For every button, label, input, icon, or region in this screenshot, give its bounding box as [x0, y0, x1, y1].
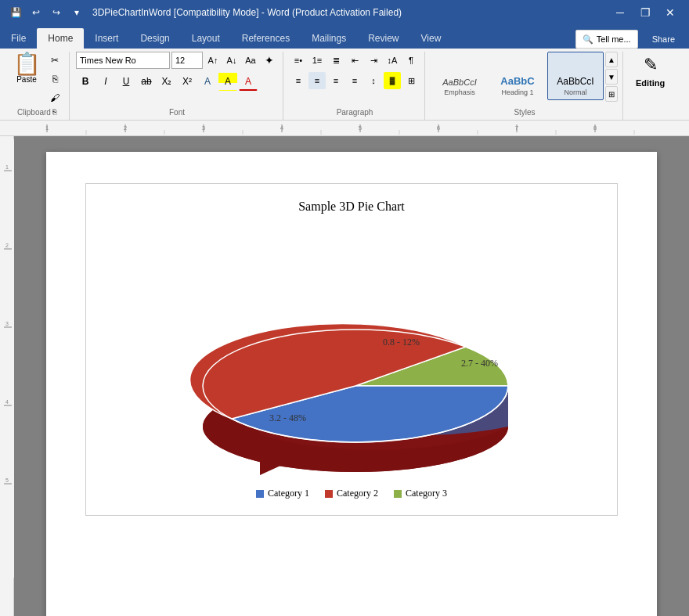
- redo-quick-btn[interactable]: ↪: [47, 3, 66, 22]
- font-grow-btn[interactable]: A↑: [204, 52, 222, 69]
- text-effects-btn[interactable]: A: [198, 72, 217, 91]
- styles-scroll-up-btn[interactable]: ▲: [605, 52, 618, 67]
- align-right-btn[interactable]: ≡: [327, 72, 344, 89]
- paste-button[interactable]: 📋 Paste: [9, 52, 44, 85]
- editing-content: ✎ Editing: [629, 52, 671, 91]
- svg-text:4: 4: [280, 124, 284, 131]
- align-center-btn[interactable]: ≡: [308, 72, 326, 89]
- para-label-row: Paragraph: [290, 106, 420, 117]
- decrease-indent-btn[interactable]: ⇤: [346, 52, 363, 69]
- font-format-row: B I U ab X₂ X² A A A: [76, 72, 258, 91]
- undo-quick-btn[interactable]: ↩: [27, 3, 45, 22]
- tab-layout[interactable]: Layout: [181, 28, 231, 49]
- tell-me-input[interactable]: 🔍 Tell me...: [575, 30, 638, 49]
- paste-label: Paste: [16, 75, 37, 84]
- tab-review[interactable]: Review: [357, 28, 409, 49]
- ribbon-tabs: File Home Insert Design Layout Reference…: [0, 25, 689, 49]
- numbering-btn[interactable]: 1≡: [308, 52, 326, 69]
- para-row-1: ≡• 1≡ ≣ ⇤ ⇥ ↕A ¶: [290, 52, 420, 69]
- svg-text:1: 1: [5, 164, 9, 170]
- tab-mailings[interactable]: Mailings: [301, 28, 357, 49]
- chart-svg-container: 2.7 - 40% 3.2 - 48% 0.8 - 12% Category 1…: [102, 229, 601, 499]
- show-para-btn[interactable]: ¶: [402, 52, 420, 69]
- svg-text:2: 2: [124, 124, 128, 131]
- ribbon-right-area: 🔍 Tell me... Share: [575, 30, 689, 49]
- cut-button[interactable]: ✂: [45, 52, 64, 69]
- svg-text:3: 3: [202, 124, 206, 131]
- style-normal[interactable]: AaBbCcI Normal: [547, 52, 604, 100]
- copy-button[interactable]: ⎘: [45, 70, 64, 88]
- change-case-btn[interactable]: Aa: [242, 52, 259, 69]
- svg-text:3: 3: [5, 321, 9, 326]
- save-quick-btn[interactable]: 💾: [6, 3, 25, 22]
- tab-home[interactable]: Home: [37, 28, 84, 49]
- clipboard-content: 📋 Paste ✂ ⎘ 🖌: [9, 52, 64, 106]
- clipboard-label: Clipboard: [17, 106, 51, 117]
- strikethrough-button[interactable]: ab: [137, 72, 156, 91]
- emphasis-preview: AaBbCcI: [442, 77, 476, 87]
- font-name-input[interactable]: [76, 52, 170, 69]
- increase-indent-btn[interactable]: ⇥: [365, 52, 382, 69]
- tab-references[interactable]: References: [231, 28, 301, 49]
- svg-text:4: 4: [5, 399, 9, 405]
- close-btn[interactable]: ✕: [658, 0, 683, 25]
- window-title: 3DPieChartInWord [Compatibility Mode] - …: [92, 7, 402, 18]
- ribbon: File Home Insert Design Layout Reference…: [0, 25, 689, 121]
- search-icon: 🔍: [583, 34, 593, 45]
- tab-file[interactable]: File: [0, 28, 37, 49]
- align-left-btn[interactable]: ≡: [290, 72, 307, 89]
- share-button[interactable]: Share: [644, 30, 683, 49]
- line-spacing-btn[interactable]: ↕: [365, 72, 382, 89]
- multilevel-btn[interactable]: ≣: [327, 52, 344, 69]
- svg-text:5: 5: [5, 477, 9, 483]
- styles-content: AaBbCcI Emphasis AaBbC Heading 1 AaBbCcI…: [431, 52, 618, 106]
- restore-btn[interactable]: ❐: [633, 0, 658, 25]
- title-bar-left: 💾 ↩ ↪ ▾ 3DPieChartInWord [Compatibility …: [6, 3, 402, 22]
- customize-quick-btn[interactable]: ▾: [67, 3, 86, 22]
- font-size-input[interactable]: [171, 52, 203, 69]
- shading-btn[interactable]: ▓: [384, 72, 401, 89]
- sort-btn[interactable]: ↕A: [384, 52, 401, 69]
- tab-design[interactable]: Design: [129, 28, 180, 49]
- paragraph-content: ≡• 1≡ ≣ ⇤ ⇥ ↕A ¶ ≡ ≡ ≡ ≡ ↕ ▓ ⊞: [290, 52, 420, 106]
- italic-button[interactable]: I: [96, 72, 115, 91]
- clipboard-expand-icon[interactable]: ⎘: [52, 108, 56, 116]
- format-painter-button[interactable]: 🖌: [45, 89, 64, 106]
- style-emphasis[interactable]: AaBbCcI Emphasis: [431, 52, 488, 100]
- clipboard-small-buttons: ✂ ⎘ 🖌: [45, 52, 64, 106]
- legend-dot-3: [394, 490, 402, 498]
- editing-label: Editing: [636, 78, 665, 88]
- svg-text:2: 2: [5, 243, 9, 248]
- tab-insert[interactable]: Insert: [84, 28, 129, 49]
- clear-format-btn[interactable]: ✦: [261, 52, 278, 69]
- document-page: Sample 3D Pie Chart: [46, 152, 657, 616]
- tab-view[interactable]: View: [410, 28, 453, 49]
- styles-scroll-down-btn[interactable]: ▼: [605, 69, 618, 85]
- paragraph-label: Paragraph: [337, 106, 373, 117]
- styles-group: AaBbCcI Emphasis AaBbC Heading 1 AaBbCcI…: [427, 52, 623, 120]
- text-highlight-btn[interactable]: A: [218, 72, 237, 91]
- bullets-btn[interactable]: ≡•: [290, 52, 307, 69]
- title-bar: 💾 ↩ ↪ ▾ 3DPieChartInWord [Compatibility …: [0, 0, 689, 25]
- svg-text:0.8 - 12%: 0.8 - 12%: [383, 337, 420, 348]
- svg-text:5: 5: [359, 124, 363, 131]
- style-heading1[interactable]: AaBbC Heading 1: [489, 52, 546, 100]
- superscript-button[interactable]: X²: [178, 72, 197, 91]
- borders-btn[interactable]: ⊞: [402, 72, 420, 89]
- document-area[interactable]: Sample 3D Pie Chart: [14, 136, 689, 616]
- svg-text:3.2 - 48%: 3.2 - 48%: [269, 412, 306, 423]
- heading1-preview: AaBbC: [500, 75, 534, 87]
- minimize-btn[interactable]: ─: [608, 0, 633, 25]
- font-group: A↑ A↓ Aa ✦ B I U ab X₂ X² A A A: [71, 52, 283, 120]
- underline-button[interactable]: U: [117, 72, 135, 91]
- subscript-button[interactable]: X₂: [157, 72, 176, 91]
- font-color-btn[interactable]: A: [239, 72, 258, 91]
- font-shrink-btn[interactable]: A↓: [223, 52, 240, 69]
- styles-expand-btn[interactable]: ⊞: [605, 86, 618, 102]
- justify-btn[interactable]: ≡: [346, 72, 363, 89]
- svg-text:7: 7: [515, 124, 519, 131]
- styles-label: Styles: [514, 106, 535, 117]
- bold-button[interactable]: B: [76, 72, 95, 91]
- svg-text:2.7 - 40%: 2.7 - 40%: [461, 358, 498, 369]
- heading1-label: Heading 1: [501, 88, 533, 96]
